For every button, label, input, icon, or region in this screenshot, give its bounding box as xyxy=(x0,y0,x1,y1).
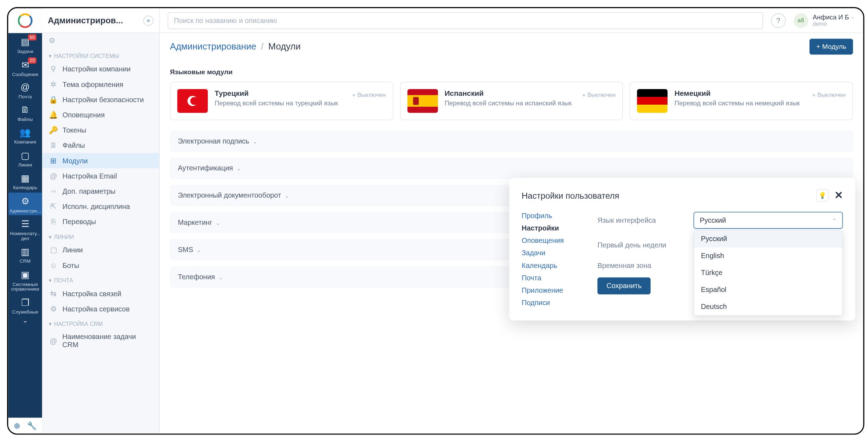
rail-item-company[interactable]: 👥 Компания xyxy=(8,124,42,147)
sidebar-item-files[interactable]: 🗎Файлы xyxy=(42,138,159,153)
sidebar-item-email[interactable]: @Настройка Email xyxy=(42,168,159,183)
hint-button[interactable]: 💡 xyxy=(816,189,829,201)
rail-item-calendar[interactable]: ▦ Календарь xyxy=(8,169,42,192)
sidebar-item-company-settings[interactable]: ⚲Настройки компании xyxy=(42,62,159,77)
sidebar-section-title: ▾ ЛИНИИ xyxy=(42,229,159,243)
rail-item-crm[interactable]: ▥ CRM xyxy=(8,243,42,266)
modules-icon: ⊞ xyxy=(49,156,58,165)
chevron-down-icon: ⌄ xyxy=(216,220,220,226)
rail-item-files[interactable]: 🗎 Файлы xyxy=(8,101,42,123)
file-icon: 🗎 xyxy=(49,141,58,150)
sidebar-item-theme[interactable]: ✲Тема оформления xyxy=(42,77,159,92)
language-select[interactable]: Русский ⌃ xyxy=(693,212,843,229)
rail-item-lines[interactable]: ▢ Линии xyxy=(8,146,42,169)
language-option[interactable]: Español xyxy=(694,281,842,298)
at-icon: @ xyxy=(49,337,58,345)
chevron-down-icon: ⌄ xyxy=(236,165,241,171)
sidebar-item-security[interactable]: 🔒Настройки безопасности xyxy=(42,92,159,107)
accordion-esign[interactable]: Электронная подпись⌄ xyxy=(170,130,853,152)
lang-card-turkish[interactable]: Турецкий●Выключен Перевод всей системы н… xyxy=(170,82,393,120)
sidebar-item-notifications[interactable]: 🔔Оповещения xyxy=(42,107,159,122)
close-button[interactable]: ✕ xyxy=(834,189,843,201)
rail-item-mail[interactable]: @ Почта xyxy=(8,79,42,101)
topbar: Поиск по названию и описанию ? аб Анфиса… xyxy=(160,8,863,33)
sidebar-item-modules[interactable]: ⊞Модули xyxy=(42,153,159,168)
gear-icon: ⚙ xyxy=(21,196,29,206)
wrench-icon[interactable]: 🔧 xyxy=(27,421,36,430)
sidebar-item-discipline[interactable]: ⇱Исполн. дисциплина xyxy=(42,199,159,214)
sliders-icon: ⚲ xyxy=(49,65,58,73)
flag-germany-icon xyxy=(637,89,668,113)
breadcrumb-parent[interactable]: Администрирование xyxy=(170,42,256,51)
chart-icon: ⇱ xyxy=(49,202,58,211)
label-timezone: Временная зона xyxy=(597,262,682,269)
search-input[interactable]: Поиск по названию и описанию xyxy=(168,12,763,29)
chevron-down-icon: ⌄ xyxy=(851,14,855,20)
modal-nav: Профиль Настройки Оповещения Задачи Кале… xyxy=(522,212,584,307)
add-module-button[interactable]: + Модуль xyxy=(810,39,853,55)
label-first-day: Первый день недели xyxy=(597,241,682,249)
sidebar-item-crm-task-name[interactable]: @Наименование задачи CRM xyxy=(42,329,159,352)
sidebar-item-tokens[interactable]: 🔑Токены xyxy=(42,122,159,138)
language-option[interactable]: Deutsch xyxy=(694,298,842,315)
sidebar-item-mail-services[interactable]: ⚙Настройка сервисов xyxy=(42,301,159,316)
sidebar-item-extra-params[interactable]: ⎃Доп. параметры xyxy=(42,183,159,199)
help-button[interactable]: ? xyxy=(771,13,786,28)
language-option[interactable]: English xyxy=(694,247,842,264)
save-button[interactable]: Сохранить xyxy=(597,278,651,294)
collapse-sidebar-button[interactable]: « xyxy=(143,15,154,25)
book-icon: ▣ xyxy=(21,269,29,280)
user-settings-modal: Настройки пользователя 💡 ✕ Профиль Настр… xyxy=(509,178,855,320)
breadcrumb-current: Модули xyxy=(268,42,301,51)
badge: 65 xyxy=(28,34,36,41)
sidebar-item-translations[interactable]: ⎘Переводы xyxy=(42,214,159,229)
rail-item-messages[interactable]: 23 ✉ Сообщения xyxy=(8,56,42,79)
bot-icon: ☺ xyxy=(49,261,58,269)
lang-card-german[interactable]: Немецкий●Выключен Перевод всей системы н… xyxy=(630,82,853,120)
app-logo[interactable] xyxy=(8,8,42,33)
sidebar-item-bots[interactable]: ☺Боты xyxy=(42,258,159,273)
sidebar-item-mail-links[interactable]: ⇆Настройка связей xyxy=(42,286,159,301)
modal-tab-tasks[interactable]: Задачи xyxy=(522,249,584,257)
stack-icon: ❐ xyxy=(21,297,29,308)
rail-item-system-refs[interactable]: ▣ Системные справочники xyxy=(8,266,42,293)
language-option[interactable]: Русский xyxy=(694,230,842,247)
modal-tab-notifications[interactable]: Оповещения xyxy=(522,237,584,245)
user-menu[interactable]: аб Анфиса И Б ⌄ demo xyxy=(793,13,855,28)
nav-rail: 65 ▤ Задачи 23 ✉ Сообщения @ Почта 🗎 Фай… xyxy=(8,8,42,433)
modal-tab-signatures[interactable]: Подписи xyxy=(522,299,584,307)
lang-card-spanish[interactable]: Испанский●Выключен Перевод всей системы … xyxy=(400,82,623,120)
chevron-down-icon: ⌄ xyxy=(197,247,201,253)
rail-item-more[interactable]: ˇ xyxy=(8,316,42,332)
modal-tab-profile[interactable]: Профиль xyxy=(522,212,584,220)
language-option[interactable]: Türkçe xyxy=(694,264,842,281)
sidebar-item-lines[interactable]: ▢Линии xyxy=(42,243,159,258)
file-icon: 🗎 xyxy=(20,105,30,115)
rail-item-tasks[interactable]: 65 ▤ Задачи xyxy=(8,33,42,56)
user-sub: demo xyxy=(813,21,855,27)
accordion-auth[interactable]: Аутентификация⌄ xyxy=(170,158,853,179)
gear-icon: ⚙ xyxy=(49,305,58,313)
sidebar-settings-icon[interactable]: ⚙ xyxy=(42,33,159,48)
translate-icon: ⎘ xyxy=(49,217,58,226)
rail-item-service[interactable]: ❐ Служебные xyxy=(8,293,42,316)
add-icon[interactable]: ⊕ xyxy=(14,421,20,430)
label-interface-language: Язык интерфейса xyxy=(597,216,682,224)
modal-tab-mail[interactable]: Почта xyxy=(522,274,584,282)
crm-icon: ▥ xyxy=(21,246,29,257)
modal-tab-calendar[interactable]: Календарь xyxy=(522,262,584,269)
sidebar-section-title: ▾ НАСТРОЙКИ СИСТЕМЫ xyxy=(42,48,159,62)
calendar-icon: ▦ xyxy=(21,173,29,183)
main: Поиск по названию и описанию ? аб Анфиса… xyxy=(160,8,863,433)
at-icon: @ xyxy=(49,172,58,180)
modal-tab-settings[interactable]: Настройки xyxy=(522,224,584,232)
modal-tab-app[interactable]: Приложение xyxy=(522,286,584,294)
section-title-languages: Языковые модули xyxy=(170,68,853,76)
chevron-down-icon: ⌄ xyxy=(285,192,289,199)
rail-item-admin[interactable]: ⚙ Администри... xyxy=(8,192,42,215)
rail-item-nomenclature[interactable]: ☰ Номенклату... дел xyxy=(8,215,42,243)
badge: 23 xyxy=(28,57,36,64)
chevron-down-icon: ⌄ xyxy=(253,138,257,144)
user-name: Анфиса И Б ⌄ xyxy=(813,14,855,21)
lock-icon: 🔒 xyxy=(49,95,58,104)
